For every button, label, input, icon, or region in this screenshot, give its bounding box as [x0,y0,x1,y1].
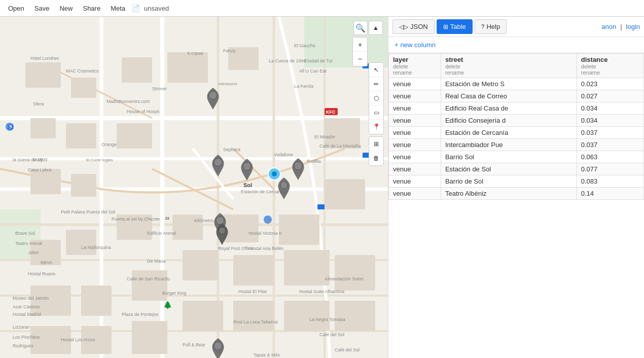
map-search-button[interactable]: 🔍 [353,21,368,35]
cell-distance-1[interactable]: 0.027 [577,90,643,102]
svg-rect-24 [71,174,96,197]
svg-rect-44 [284,301,330,331]
pin-tool-button[interactable]: 📍 [369,120,383,134]
help-tab[interactable]: ? Help [475,19,507,34]
svg-text:KFC: KFC [326,110,336,115]
cell-layer-7[interactable]: venue [389,163,441,175]
svg-text:Burger King: Burger King [162,291,187,296]
delete-distance-col-button[interactable]: delete [581,63,596,69]
pencil-tool-button[interactable]: ✏ [369,77,383,91]
cell-distance-5[interactable]: 0.037 [577,139,643,151]
col-header-distance-inner: distance delete rename [581,56,639,76]
cell-street-6[interactable]: Barrio Sol [441,151,577,163]
svg-text:La Cueva de 1900: La Cueva de 1900 [269,58,306,63]
svg-rect-39 [233,255,274,285]
edit-table-button[interactable]: ⊞ [369,137,383,151]
data-table-container[interactable]: layer delete rename stre [388,53,644,358]
col-header-street: street delete rename [441,54,577,78]
table-tab-label: Table [450,23,466,30]
auth-area: anon | login [601,23,640,30]
cell-layer-5[interactable]: venue [389,139,441,151]
svg-text:Strover: Strover [152,86,167,91]
cell-street-8[interactable]: Barrio de Sol [441,175,577,188]
save-button[interactable]: Save [30,3,54,14]
rename-layer-col-button[interactable]: rename [393,69,412,76]
table-tab[interactable]: ⊞ Table [437,19,473,34]
map-right-toolbar: ▲ ↖ ✏ ⬡ ▭ 📍 ⊞ 🗑 [369,21,384,166]
rect-tool-button[interactable]: ▭ [369,105,383,120]
svg-point-123 [294,162,302,170]
svg-text:La Negra Tomasa: La Negra Tomasa [309,317,345,322]
svg-text:Café del Sol: Café del Sol [319,332,344,337]
cell-layer-3[interactable]: venue [389,115,441,127]
delete-street-col-button[interactable]: delete [445,63,460,69]
cell-street-2[interactable]: Edificio Real Casa de [441,102,577,115]
svg-text:Tapas & Más: Tapas & Más [254,352,280,357]
table-row: venueEdificio Consejería d0.034 [389,115,644,127]
zoom-out-button[interactable]: − [353,52,367,66]
zoom-in-button[interactable]: + [353,38,367,52]
cell-distance-4[interactable]: 0.037 [577,127,643,139]
cell-street-9[interactable]: Teatro Albéniz [441,188,577,200]
polygon-tool-button[interactable]: ⬡ [369,91,383,105]
map-area[interactable]: Madridsouvenirs.com k copas Hotel Londre… [0,17,388,358]
svg-text:MAC Cosmetics: MAC Cosmetics [66,68,99,74]
cell-layer-6[interactable]: venue [389,151,441,163]
map-zoom-controls: + − [352,37,368,66]
col-header-distance: distance delete rename [577,54,643,78]
new-button[interactable]: New [55,3,77,14]
delete-layer-col-button[interactable]: delete [393,63,408,69]
svg-rect-29 [223,214,259,242]
auth-separator: | [620,23,622,30]
col-rename-layer: rename [393,69,437,76]
open-button[interactable]: Open [4,3,28,14]
cell-street-7[interactable]: Estación de Sol [441,163,577,175]
svg-rect-31 [325,179,365,209]
cell-distance-9[interactable]: 0.14 [577,188,643,200]
cell-street-1[interactable]: Real Casa de Correo [441,90,577,102]
cell-street-4[interactable]: Estación de Cercanía [441,127,577,139]
cell-distance-6[interactable]: 0.063 [577,151,643,163]
svg-text:Petit Palace Puerta del Sol: Petit Palace Puerta del Sol [61,209,115,214]
cell-distance-2[interactable]: 0.034 [577,102,643,115]
svg-text:Sol: Sol [243,182,252,188]
cell-layer-9[interactable]: venue [389,188,441,200]
zoom-group: + − [352,37,368,66]
share-button[interactable]: Share [79,3,104,14]
rename-distance-col-button[interactable]: rename [581,69,600,76]
cell-street-0[interactable]: Estación de Metro S [441,78,577,90]
svg-text:Pull & Bear: Pull & Bear [183,342,205,347]
collapse-panel-button[interactable]: ▲ [369,21,383,35]
svg-text:Hostal Ruano: Hostal Ruano [28,271,56,276]
delete-feature-button[interactable]: 🗑 [369,151,383,165]
pointer-tool-button[interactable]: ↖ [369,63,383,77]
json-tab[interactable]: ◁▷ JSON [392,19,435,34]
svg-text:Alimentación Solmí: Alimentación Solmí [325,276,364,281]
cell-layer-1[interactable]: venue [389,90,441,102]
add-column-button[interactable]: + new column [395,41,436,49]
cell-layer-2[interactable]: venue [389,102,441,115]
table-row: venueEstación de Metro S0.023 [389,78,644,90]
svg-rect-23 [30,169,61,194]
add-column-label: new column [401,41,436,49]
cell-distance-0[interactable]: 0.023 [577,78,643,90]
rename-street-col-button[interactable]: rename [445,69,464,76]
svg-text:House of Hoops: House of Hoops [127,109,160,114]
cell-distance-7[interactable]: 0.077 [577,163,643,175]
map-search-area: 🔍 [353,21,368,35]
cell-layer-4[interactable]: venue [389,127,441,139]
cell-layer-8[interactable]: venue [389,175,441,188]
cell-distance-3[interactable]: 0.034 [577,115,643,127]
login-link[interactable]: login [626,23,640,30]
anon-link[interactable]: anon [601,23,616,30]
cell-layer-0[interactable]: venue [389,78,441,90]
svg-rect-114 [317,204,325,209]
meta-button[interactable]: Meta [106,3,129,14]
cell-distance-8[interactable]: 0.083 [577,175,643,188]
svg-rect-21 [66,123,96,149]
svg-text:Fanzy: Fanzy [223,48,236,53]
cell-street-5[interactable]: Intercambiador Pue [441,139,577,151]
add-column-bar: + new column [388,37,644,53]
cell-street-3[interactable]: Edificio Consejería d [441,115,577,127]
svg-point-124 [280,182,288,189]
